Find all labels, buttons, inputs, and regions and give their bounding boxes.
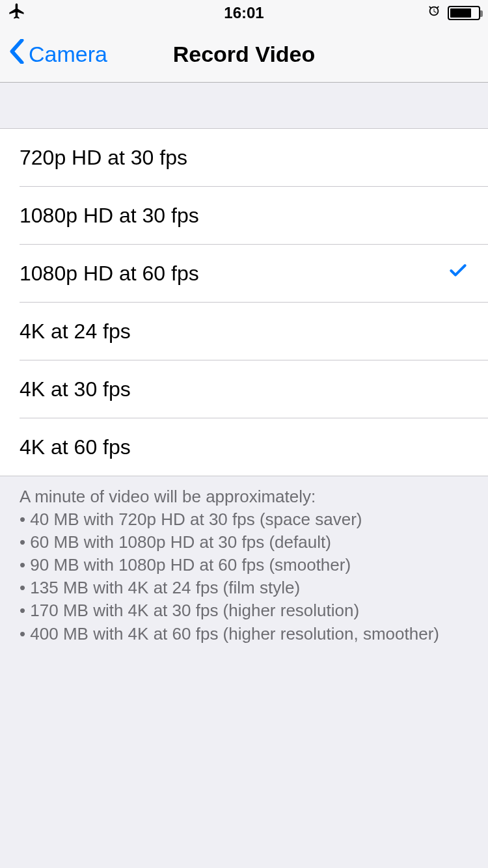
footer-line: 60 MB with 1080p HD at 30 fps (default) bbox=[20, 531, 468, 554]
group-spacer bbox=[0, 83, 488, 128]
checkmark-icon bbox=[448, 260, 468, 286]
footer-intro: A minute of video will be approximately: bbox=[20, 485, 468, 508]
footer-line: 90 MB with 1080p HD at 60 fps (smoother) bbox=[20, 554, 468, 576]
footer-line: 135 MB with 4K at 24 fps (film style) bbox=[20, 576, 468, 599]
option-4k-60[interactable]: 4K at 60 fps bbox=[0, 418, 488, 476]
footer-line: 400 MB with 4K at 60 fps (higher resolut… bbox=[20, 623, 468, 645]
option-label: 4K at 30 fps bbox=[20, 377, 131, 401]
footer-line: 170 MB with 4K at 30 fps (higher resolut… bbox=[20, 599, 468, 622]
option-4k-30[interactable]: 4K at 30 fps bbox=[0, 360, 488, 418]
option-1080p-60[interactable]: 1080p HD at 60 fps bbox=[0, 245, 488, 302]
alarm-icon bbox=[427, 4, 441, 22]
airplane-mode-icon bbox=[8, 2, 26, 24]
footer-note: A minute of video will be approximately:… bbox=[0, 476, 488, 645]
option-label: 1080p HD at 30 fps bbox=[20, 204, 199, 228]
option-label: 4K at 60 fps bbox=[20, 435, 131, 459]
status-time: 16:01 bbox=[224, 4, 264, 21]
footer-line: 40 MB with 720p HD at 30 fps (space save… bbox=[20, 508, 468, 531]
option-720p-30[interactable]: 720p HD at 30 fps bbox=[0, 129, 488, 186]
nav-bar: Camera Record Video bbox=[0, 26, 488, 83]
back-label: Camera bbox=[29, 42, 107, 67]
option-label: 720p HD at 30 fps bbox=[20, 146, 187, 170]
status-right bbox=[427, 4, 480, 22]
option-1080p-30[interactable]: 1080p HD at 30 fps bbox=[0, 187, 488, 244]
page-title: Record Video bbox=[173, 42, 316, 67]
back-button[interactable]: Camera bbox=[0, 39, 107, 69]
clock: 16:01 bbox=[224, 4, 264, 22]
option-label: 1080p HD at 60 fps bbox=[20, 262, 199, 286]
status-left bbox=[8, 2, 26, 24]
video-options-list: 720p HD at 30 fps 1080p HD at 30 fps 108… bbox=[0, 128, 488, 476]
option-label: 4K at 24 fps bbox=[20, 319, 131, 344]
chevron-left-icon bbox=[9, 39, 25, 69]
battery-icon bbox=[448, 6, 480, 20]
status-bar: 16:01 bbox=[0, 0, 488, 26]
option-4k-24[interactable]: 4K at 24 fps bbox=[0, 303, 488, 360]
